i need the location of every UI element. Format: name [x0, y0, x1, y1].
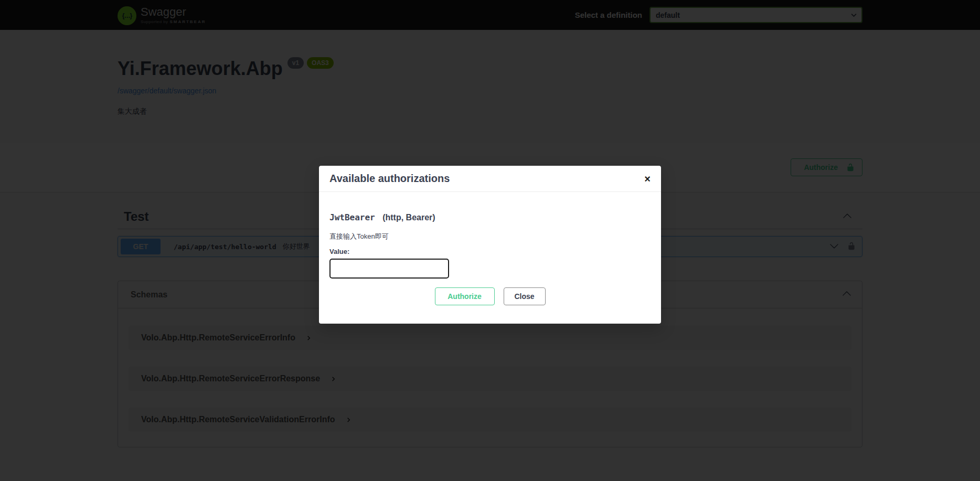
modal-title: Available authorizations — [329, 173, 450, 185]
scheme-type: (http, Bearer) — [382, 213, 435, 222]
scheme-name: JwtBearer — [329, 212, 375, 222]
authorizations-modal: Available authorizations × JwtBearer (ht… — [319, 166, 661, 324]
modal-authorize-button[interactable]: Authorize — [435, 287, 495, 305]
modal-close-button[interactable]: Close — [504, 287, 546, 305]
close-icon[interactable]: × — [644, 174, 651, 184]
value-label: Value: — [329, 248, 651, 255]
scheme-description: 直接输入Token即可 — [329, 232, 651, 241]
token-input[interactable] — [329, 259, 449, 279]
